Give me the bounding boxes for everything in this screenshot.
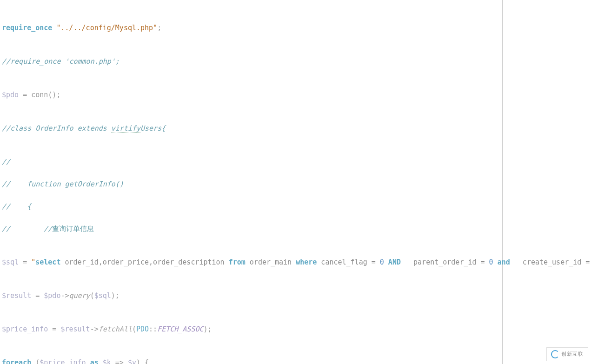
code-editor[interactable]: require_once "../../config/Mysql.php"; /… xyxy=(0,0,503,364)
code-line: // function getOrderInfo() xyxy=(2,179,502,190)
code-line-highlighted: $sql = "select order_id,order_price,orde… xyxy=(2,257,502,268)
code-line: foreach ($price_info as $k => $v) { xyxy=(2,357,502,364)
code-line: // xyxy=(2,156,502,167)
watermark-logo: 创新互联 xyxy=(546,347,588,361)
code-line: // //查询订单信息 xyxy=(2,223,502,234)
watermark-text: 创新互联 xyxy=(561,349,584,360)
code-line: $price_info = $result->fetchAll(PDO::FET… xyxy=(2,324,502,335)
code-line: $pdo = conn(); xyxy=(2,89,502,100)
code-line: $result = $pdo->query($sql); xyxy=(2,290,502,301)
code-line: //class OrderInfo extends virtifyUsers{ xyxy=(2,123,502,134)
code-line: require_once "../../config/Mysql.php"; xyxy=(2,22,502,33)
code-line: //require_once 'common.php'; xyxy=(2,56,502,67)
logo-icon xyxy=(551,350,559,358)
code-line: // { xyxy=(2,201,502,212)
